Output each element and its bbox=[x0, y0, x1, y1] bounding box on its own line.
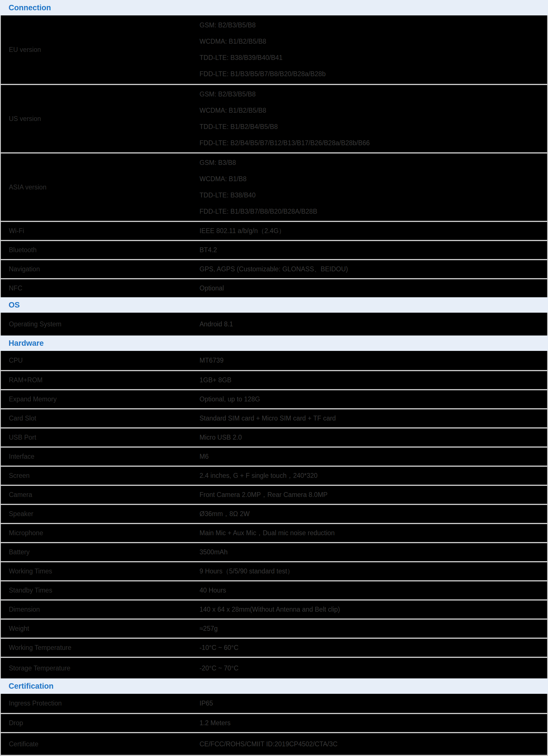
row-value: 1.2 Meters bbox=[199, 714, 547, 732]
row-label: Microphone bbox=[1, 524, 199, 542]
spec-row-asia-version: ASIA version GSM: B3/B8 WCDMA: B1/B8 TDD… bbox=[0, 152, 548, 221]
row-label: Speaker bbox=[1, 505, 199, 523]
row-label: RAM+ROM bbox=[1, 371, 199, 389]
row-value: 2.4 inches, G + F single touch，240*320 bbox=[199, 467, 547, 485]
row-label: CPU bbox=[1, 351, 199, 370]
row-value: 1GB+ 8GB bbox=[199, 371, 547, 389]
section-header-certification: Certification bbox=[0, 678, 548, 694]
row-value: IP65 bbox=[199, 694, 547, 713]
section-connection: Connection EU version GSM: B2/B3/B5/B8 W… bbox=[0, 0, 548, 297]
spec-row-dimension: Dimension 140 x 64 x 28mm(Without Antenn… bbox=[0, 599, 548, 618]
spec-row-storage-temperature: Storage Temperature -20°C ~ 70°C bbox=[0, 657, 548, 678]
row-label: Drop bbox=[1, 714, 199, 732]
band-line-fdd-lte: FDD-LTE: B1/B3/B5/B7/B8/B20/B28a/B28b bbox=[199, 66, 326, 82]
section-hardware: Hardware CPU MT6739 RAM+ROM 1GB+ 8GB Exp… bbox=[0, 335, 548, 678]
section-rows: EU version GSM: B2/B3/B5/B8 WCDMA: B1/B2… bbox=[0, 15, 548, 297]
row-value: CE/FCC/ROHS/CMIIT ID:2019CP4502/CTA/3C bbox=[199, 733, 547, 755]
row-value: 9 Hours（5/5/90 standard test） bbox=[199, 562, 547, 580]
band-line-wcdma: WCDMA: B1/B2/B5/B8 bbox=[199, 102, 266, 119]
row-label: Expand Memory bbox=[1, 390, 199, 408]
spec-row-ram-rom: RAM+ROM 1GB+ 8GB bbox=[0, 370, 548, 389]
row-value: BT4.2 bbox=[199, 241, 547, 259]
row-value: Front Camera 2.0MP，Rear Camera 8.0MP bbox=[199, 486, 547, 504]
row-value: GSM: B3/B8 WCDMA: B1/B8 TDD-LTE: B38/B40… bbox=[199, 153, 547, 221]
row-value: Optional, up to 128G bbox=[199, 390, 547, 408]
spec-row-navigation: Navigation GPS, AGPS (Customizable: GLON… bbox=[0, 259, 548, 278]
spec-row-usb-port: USB Port Micro USB 2.0 bbox=[0, 427, 548, 446]
row-label: Ingress Protection bbox=[1, 694, 199, 713]
row-label: Battery bbox=[1, 543, 199, 561]
row-value: 3500mAh bbox=[199, 543, 547, 561]
spec-row-certificate: Certificate CE/FCC/ROHS/CMIIT ID:2019CP4… bbox=[0, 732, 548, 756]
row-label: USB Port bbox=[1, 428, 199, 446]
spec-row-card-slot: Card Slot Standard SIM card + Micro SIM … bbox=[0, 408, 548, 427]
row-value: -10°C ~ 60°C bbox=[199, 639, 547, 657]
row-label: NFC bbox=[1, 279, 199, 297]
spec-row-operating-system: Operating System Android 8.1 bbox=[0, 313, 548, 335]
row-value: Ø36mm，8Ω 2W bbox=[199, 505, 547, 523]
row-label: Interface bbox=[1, 448, 199, 466]
row-label: US version bbox=[1, 85, 199, 152]
row-label: Dimension bbox=[1, 601, 199, 618]
spec-row-eu-version: EU version GSM: B2/B3/B5/B8 WCDMA: B1/B2… bbox=[0, 15, 548, 84]
row-value: Android 8.1 bbox=[199, 313, 547, 335]
row-label: Working Temperature bbox=[1, 639, 199, 657]
band-line-gsm: GSM: B2/B3/B5/B8 bbox=[199, 86, 256, 102]
row-value: Standard SIM card + Micro SIM card + TF … bbox=[199, 409, 547, 427]
spec-row-screen: Screen 2.4 inches, G + F single touch，24… bbox=[0, 466, 548, 485]
row-value: -20°C ~ 70°C bbox=[199, 658, 547, 678]
spec-row-working-temperature: Working Temperature -10°C ~ 60°C bbox=[0, 638, 548, 657]
row-label: Working Times bbox=[1, 562, 199, 580]
row-value: MT6739 bbox=[199, 351, 547, 370]
row-value: M6 bbox=[199, 448, 547, 466]
row-label: Wi-Fi bbox=[1, 222, 199, 240]
row-label: EU version bbox=[1, 15, 199, 84]
spec-row-microphone: Microphone Main Mic + Aux Mic，Dual mic n… bbox=[0, 523, 548, 542]
section-rows: Ingress Protection IP65 Drop 1.2 Meters … bbox=[0, 694, 548, 756]
section-header-connection: Connection bbox=[0, 0, 548, 15]
row-label: Card Slot bbox=[1, 409, 199, 427]
row-value: Main Mic + Aux Mic，Dual mic noise reduct… bbox=[199, 524, 547, 542]
section-header-hardware: Hardware bbox=[0, 335, 548, 351]
spec-row-expand-memory: Expand Memory Optional, up to 128G bbox=[0, 389, 548, 408]
band-line-tdd-lte: TDD-LTE: B38/B40 bbox=[199, 187, 255, 203]
spec-row-us-version: US version GSM: B2/B3/B5/B8 WCDMA: B1/B2… bbox=[0, 84, 548, 152]
spec-row-wifi: Wi-Fi IEEE 802.11 a/b/g/n（2.4G） bbox=[0, 221, 548, 240]
band-line-tdd-lte: TDD-LTE: B1/B2/B4/B5/B8 bbox=[199, 119, 278, 135]
row-label: Camera bbox=[1, 486, 199, 504]
row-label: Storage Temperature bbox=[1, 658, 199, 678]
spec-row-nfc: NFC Optional bbox=[0, 278, 548, 297]
spec-row-cpu: CPU MT6739 bbox=[0, 351, 548, 370]
section-rows: CPU MT6739 RAM+ROM 1GB+ 8GB Expand Memor… bbox=[0, 351, 548, 678]
spec-row-weight: Weight ≈257g bbox=[0, 618, 548, 638]
section-rows: Operating System Android 8.1 bbox=[0, 313, 548, 335]
band-line-fdd-lte: FDD-LTE: B2/B4/B5/B7/B12/B13/B17/B26/B28… bbox=[199, 135, 370, 151]
row-value: IEEE 802.11 a/b/g/n（2.4G） bbox=[199, 222, 547, 240]
band-line-fdd-lte: FDD-LTE: B1/B3/B7/B8/B20/B28A/B28B bbox=[199, 203, 318, 220]
row-value: ≈257g bbox=[199, 620, 547, 638]
band-line-gsm: GSM: B2/B3/B5/B8 bbox=[199, 17, 256, 33]
spec-row-working-times: Working Times 9 Hours（5/5/90 standard te… bbox=[0, 561, 548, 580]
spec-row-speaker: Speaker Ø36mm，8Ω 2W bbox=[0, 504, 548, 523]
row-label: Screen bbox=[1, 467, 199, 485]
band-line-gsm: GSM: B3/B8 bbox=[199, 155, 236, 171]
spec-row-battery: Battery 3500mAh bbox=[0, 542, 548, 561]
row-label: Navigation bbox=[1, 260, 199, 278]
spec-row-drop: Drop 1.2 Meters bbox=[0, 713, 548, 732]
row-value: GSM: B2/B3/B5/B8 WCDMA: B1/B2/B5/B8 TDD-… bbox=[199, 85, 547, 152]
band-line-wcdma: WCDMA: B1/B8 bbox=[199, 171, 246, 187]
spec-row-camera: Camera Front Camera 2.0MP，Rear Camera 8.… bbox=[0, 485, 548, 504]
row-label: Bluetooth bbox=[1, 241, 199, 259]
section-header-os: OS bbox=[0, 297, 548, 313]
spec-row-ingress-protection: Ingress Protection IP65 bbox=[0, 694, 548, 713]
row-value: 140 x 64 x 28mm(Without Antenna and Belt… bbox=[199, 601, 547, 618]
row-label: Operating System bbox=[1, 313, 199, 335]
spec-table: Connection EU version GSM: B2/B3/B5/B8 W… bbox=[0, 0, 548, 756]
section-certification: Certification Ingress Protection IP65 Dr… bbox=[0, 678, 548, 756]
spec-row-interface: Interface M6 bbox=[0, 446, 548, 466]
row-value: GSM: B2/B3/B5/B8 WCDMA: B1/B2/B5/B8 TDD-… bbox=[199, 15, 547, 84]
row-label: Certificate bbox=[1, 733, 199, 755]
row-value: GPS, AGPS (Customizable: GLONASS、BEIDOU) bbox=[199, 260, 547, 278]
spec-row-bluetooth: Bluetooth BT4.2 bbox=[0, 240, 548, 259]
row-label: Standby Times bbox=[1, 581, 199, 599]
